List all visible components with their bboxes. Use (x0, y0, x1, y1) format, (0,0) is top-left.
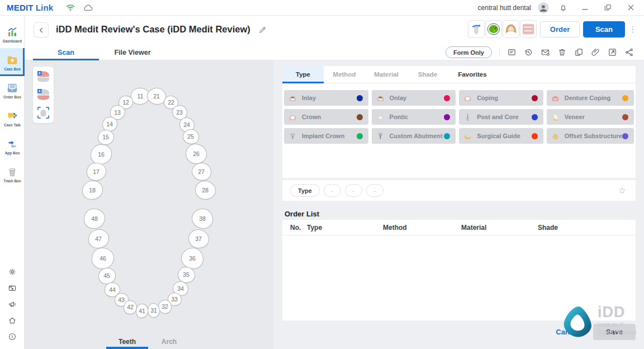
tooth-42[interactable]: 42 (124, 300, 137, 314)
type-button-post-and-core[interactable]: Post and Core (459, 109, 543, 125)
sidebar-item-dashboard[interactable]: Dashboard (0, 20, 25, 48)
type-button-crown[interactable]: Crown (284, 109, 368, 125)
type-button-offset-substructure[interactable]: Offset Substructure (547, 128, 634, 144)
more-options-icon[interactable] (628, 25, 637, 35)
tooth-number: 33 (171, 296, 178, 303)
tooth-number: 35 (183, 271, 190, 278)
sidebar-item-case-box[interactable]: Case Box (0, 48, 25, 76)
implant-crown-icon (288, 131, 297, 141)
tooth-38[interactable]: 38 (192, 209, 213, 229)
type-button-veneer[interactable]: Veneer (547, 109, 634, 125)
restore-icon[interactable] (604, 3, 612, 12)
tooth-37[interactable]: 37 (188, 229, 209, 248)
share-icon[interactable] (624, 48, 634, 57)
tooth-21[interactable]: 21 (147, 88, 166, 105)
implant-abutment-preview[interactable] (468, 20, 485, 38)
type-filter-pill[interactable]: Type (290, 184, 320, 197)
settings-icon[interactable] (8, 267, 17, 276)
tooth-26[interactable]: 26 (186, 144, 207, 164)
view-tab-arch[interactable]: Arch (148, 334, 190, 349)
tab-scan[interactable]: Scan (33, 45, 99, 60)
empty-filter-pill[interactable]: - (366, 184, 383, 197)
home-icon[interactable] (8, 316, 17, 325)
type-button-custom-abutment[interactable]: Custom Abutment (372, 128, 456, 144)
form-tab-favorites[interactable]: Favorites (448, 66, 497, 83)
tooth-15[interactable]: 15 (98, 130, 114, 145)
mail-icon[interactable] (541, 48, 550, 57)
tooth-28[interactable]: 28 (195, 181, 216, 200)
sidebar-item-trash-box[interactable]: Trash Box (0, 160, 25, 188)
close-icon[interactable] (627, 3, 635, 12)
order-form-panel: TypeMethodMaterialShadeFavorites InlayOn… (273, 60, 644, 349)
brand-secondary: Link (36, 3, 54, 12)
media-box-icon[interactable] (8, 284, 17, 293)
tooth-16[interactable]: 16 (91, 144, 112, 164)
articulated-teeth-preview[interactable] (520, 20, 537, 38)
tooth-47[interactable]: 47 (88, 229, 109, 248)
bite-scan-thumb[interactable] (36, 105, 51, 120)
order-button[interactable]: Order (540, 21, 580, 37)
tooth-number: 42 (127, 304, 134, 310)
order-column-material: Material (461, 224, 538, 232)
minimize-icon[interactable] (581, 3, 589, 12)
occlusal-map-preview[interactable] (485, 20, 502, 38)
type-button-surgical-guide[interactable]: Surgical Guide (459, 128, 543, 144)
announcement-icon[interactable] (8, 300, 17, 309)
empty-filter-pill[interactable]: - (345, 184, 362, 197)
avatar[interactable] (538, 2, 549, 13)
tooth-32[interactable]: 32 (158, 300, 172, 314)
tooth-25[interactable]: 25 (183, 129, 199, 144)
scan-button[interactable]: Scan (583, 21, 625, 37)
type-button-label: Crown (302, 114, 357, 120)
tooth-17[interactable]: 17 (87, 163, 106, 181)
attachment-icon[interactable] (591, 48, 600, 57)
edit-title-icon[interactable] (258, 26, 267, 34)
export-icon[interactable] (608, 48, 617, 57)
case-header: iDD Medit Review's Case (iDD Medit Revie… (25, 16, 644, 45)
type-button-onlay[interactable]: Onlay (372, 90, 456, 106)
sidebar-item-app-box[interactable]: App Box (0, 132, 25, 160)
empty-filter-pill[interactable]: - (324, 184, 341, 197)
maxilla-scan-thumb[interactable] (36, 69, 51, 84)
case-tabbar: ScanFile Viewer Form Only (25, 45, 644, 60)
type-button-denture-coping[interactable]: Denture Coping (547, 90, 634, 106)
type-button-coping[interactable]: Coping (459, 90, 543, 106)
type-button-implant-crown[interactable]: Implant Crown (284, 128, 368, 144)
tab-file-viewer[interactable]: File Viewer (99, 45, 166, 60)
form-tab-shade[interactable]: Shade (408, 66, 448, 83)
tooth-18[interactable]: 18 (82, 181, 103, 200)
mandible-scan-thumb[interactable] (36, 87, 51, 102)
back-button[interactable] (34, 22, 49, 37)
content: 1121122213231424152516261727182848384737… (25, 60, 644, 349)
bell-icon[interactable] (559, 3, 567, 12)
tooth-48[interactable]: 48 (84, 209, 105, 229)
tooth-45[interactable]: 45 (98, 268, 116, 284)
form-tab-type[interactable]: Type (282, 66, 324, 83)
form-only-button[interactable]: Form Only (446, 46, 492, 58)
cancel-button[interactable]: Cancel (556, 328, 580, 336)
copy-icon[interactable] (574, 48, 584, 57)
type-button-pontic[interactable]: Pontic (372, 109, 456, 125)
type-color-dot (622, 133, 628, 139)
tooth-31[interactable]: 31 (148, 303, 160, 318)
sidebar-item-order-box[interactable]: Order Box (0, 76, 25, 104)
save-button[interactable]: Save (593, 324, 636, 340)
memo-icon[interactable] (507, 48, 517, 57)
trash-icon[interactable] (557, 48, 567, 57)
tooth-36[interactable]: 36 (181, 248, 203, 269)
type-color-dot (444, 133, 450, 139)
tooth-46[interactable]: 46 (92, 248, 114, 269)
form-tab-material[interactable]: Material (365, 66, 408, 83)
info-icon[interactable] (8, 332, 17, 341)
maxilla-model-preview[interactable] (503, 20, 519, 38)
type-button-inlay[interactable]: Inlay (284, 90, 368, 106)
tooth-41[interactable]: 41 (136, 304, 148, 318)
tooth-27[interactable]: 27 (192, 163, 211, 181)
tooth-35[interactable]: 35 (178, 267, 195, 283)
history-icon[interactable] (524, 48, 533, 57)
sidebar-item-case-talk[interactable]: Case Talk (0, 104, 25, 132)
inlay-icon (288, 93, 297, 103)
view-tab-teeth[interactable]: Teeth (106, 334, 148, 349)
favorite-star-icon[interactable] (618, 186, 627, 195)
form-tab-method[interactable]: Method (324, 66, 365, 83)
